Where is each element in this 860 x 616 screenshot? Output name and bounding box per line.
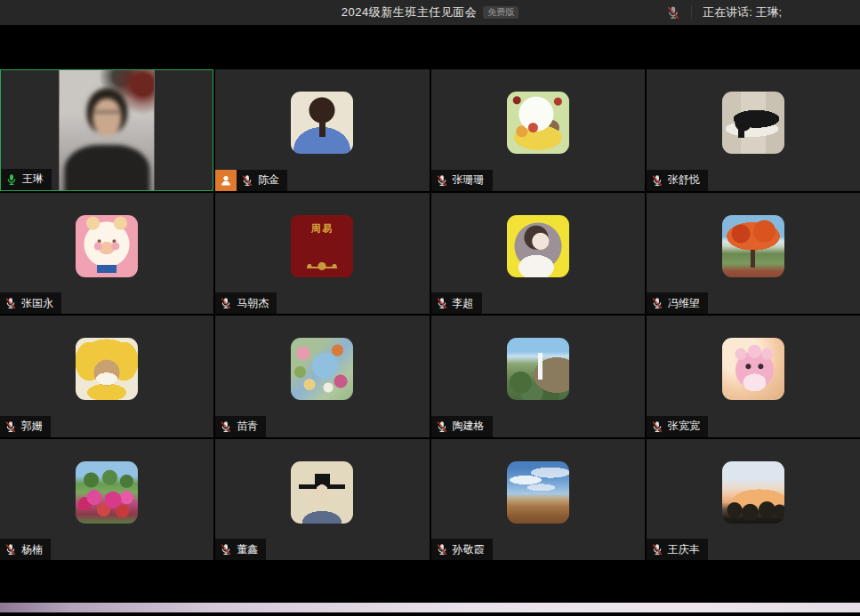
label-main: 董鑫 [215, 539, 266, 560]
participant-name: 郭姗 [21, 419, 43, 434]
participant-avatar [291, 92, 353, 154]
participant-tile[interactable]: 陶建格 [431, 316, 645, 437]
participant-name: 王琳 [22, 172, 44, 187]
participant-avatar [722, 92, 784, 154]
mic-muted-icon [220, 297, 232, 309]
label-main: 李超 [431, 292, 482, 314]
mic-muted-icon [241, 174, 253, 187]
label-main: 陶建格 [431, 416, 493, 437]
label-main: 杨楠 [0, 539, 51, 560]
mic-on-icon [5, 173, 18, 186]
participant-avatar [722, 215, 784, 277]
label-main: 郭姗 [0, 416, 51, 437]
participant-label: 杨楠 [0, 539, 51, 560]
title-wrap: 2024级新生班主任见面会 免费版 [342, 4, 518, 20]
participant-avatar [507, 338, 569, 400]
divider [691, 5, 692, 20]
participant-tile[interactable]: 周易 马朝杰 [215, 193, 429, 315]
participant-tile[interactable]: 王庆丰 [647, 439, 860, 561]
participant-name: 冯维望 [668, 296, 700, 311]
mic-muted-icon [436, 420, 448, 433]
participant-name: 张珊珊 [453, 172, 485, 188]
participant-label: 孙敬霞 [431, 539, 493, 560]
participant-name: 张国永 [21, 296, 53, 311]
video-person [60, 70, 155, 190]
participant-label: 董鑫 [215, 539, 266, 560]
participant-grid: 王琳 [0, 69, 860, 560]
label-main: 马朝杰 [215, 292, 277, 314]
participant-tile[interactable]: 苗青 [215, 316, 429, 437]
participant-name: 陈金 [258, 172, 279, 188]
participant-tile[interactable]: 张国永 [0, 193, 213, 315]
participant-name: 李超 [453, 296, 474, 311]
participant-avatar [507, 92, 569, 154]
participant-tile[interactable]: 董鑫 [215, 439, 429, 561]
participant-tile[interactable]: 王琳 [0, 69, 213, 191]
participant-avatar [76, 461, 138, 524]
participant-name: 董鑫 [237, 542, 258, 557]
participant-label: 陈金 [215, 170, 287, 191]
participant-tile[interactable]: 张宽宽 [647, 316, 860, 437]
person-shirt [64, 145, 149, 190]
mic-muted-icon[interactable] [666, 5, 680, 20]
participant-tile[interactable]: 孙敬霞 [431, 439, 645, 561]
mic-muted-icon [4, 420, 17, 433]
participant-avatar [507, 461, 569, 524]
mic-muted-icon [651, 297, 663, 309]
participant-avatar [291, 338, 353, 400]
participant-avatar [722, 338, 784, 400]
participant-label: 张珊珊 [431, 170, 493, 191]
title-bar: 2024级新生班主任见面会 免费版 正在讲话: 王琳; [0, 0, 860, 25]
participant-avatar [507, 215, 569, 277]
meeting-title: 2024级新生班主任见面会 [342, 4, 477, 20]
free-version-badge[interactable]: 免费版 [483, 6, 518, 19]
participant-label: 王琳 [1, 169, 52, 190]
mic-muted-icon [436, 174, 448, 187]
mic-muted-icon [220, 420, 232, 433]
participant-label: 王庆丰 [647, 539, 708, 560]
participant-tile[interactable]: 冯维望 [647, 193, 860, 315]
mic-muted-icon [436, 297, 448, 309]
speaking-text: 正在讲话: 王琳; [703, 4, 782, 20]
label-main: 张宽宽 [647, 416, 708, 437]
label-main: 冯维望 [647, 292, 708, 314]
label-main: 张国永 [0, 292, 61, 314]
participant-tile[interactable]: 张珊珊 [431, 69, 645, 191]
participant-name: 孙敬霞 [453, 542, 485, 557]
participant-label: 郭姗 [0, 416, 51, 437]
label-main: 孙敬霞 [431, 539, 493, 560]
participant-tile[interactable]: 杨楠 [0, 439, 213, 561]
mic-muted-icon [651, 174, 663, 187]
participant-label: 陶建格 [431, 416, 493, 437]
label-main: 张舒悦 [647, 170, 708, 191]
participant-tile[interactable]: 陈金 [215, 69, 429, 191]
participant-label: 张宽宽 [647, 416, 708, 437]
avatar-text: 周易 [310, 222, 334, 277]
participant-label: 李超 [431, 292, 482, 314]
participant-avatar [76, 338, 138, 400]
mic-muted-icon [651, 420, 663, 433]
person-glasses [93, 111, 120, 119]
participant-tile[interactable]: 李超 [431, 193, 645, 315]
participant-name: 张舒悦 [668, 172, 700, 188]
video-feed [60, 70, 155, 190]
person-icon [215, 170, 237, 191]
mic-muted-icon [436, 543, 448, 556]
label-main: 苗青 [215, 416, 266, 437]
participant-avatar: 周易 [291, 215, 353, 277]
desktop-taskbar-strip [0, 603, 860, 612]
participant-avatar [76, 215, 138, 277]
mic-muted-icon [4, 543, 17, 556]
participant-tile[interactable]: 郭姗 [0, 316, 213, 437]
participant-tile[interactable]: 张舒悦 [647, 69, 860, 191]
mic-muted-icon [220, 543, 232, 556]
participant-label: 张国永 [0, 292, 61, 314]
participant-name: 张宽宽 [668, 419, 700, 434]
participant-label: 马朝杰 [215, 292, 277, 314]
label-main: 王庆丰 [647, 539, 708, 560]
participant-label: 张舒悦 [647, 170, 708, 191]
mic-muted-icon [4, 297, 17, 309]
speaking-status: 正在讲话: 王琳; [666, 0, 782, 25]
participant-name: 陶建格 [453, 419, 485, 434]
participant-label: 冯维望 [647, 292, 708, 314]
